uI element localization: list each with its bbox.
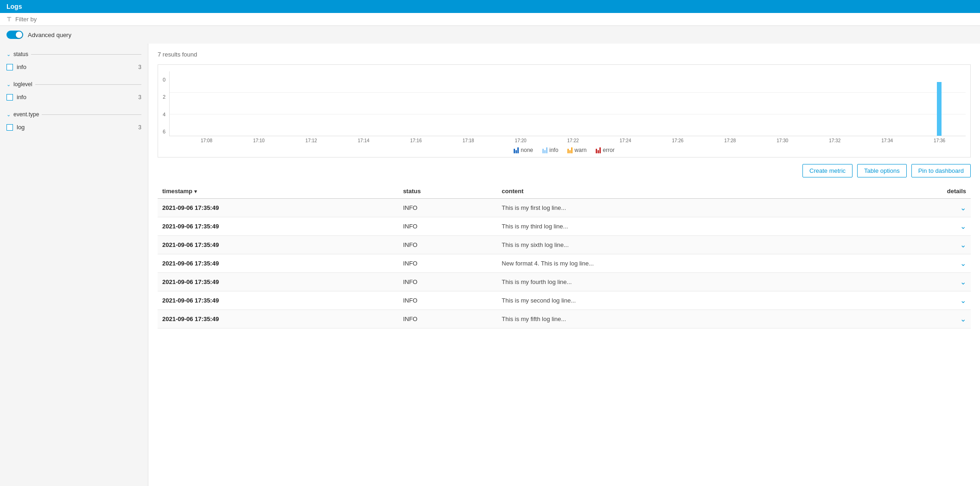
create-metric-button[interactable]: Create metric [802, 164, 853, 177]
cell-details[interactable]: ⌄ [867, 310, 971, 328]
x-label-1716: 17:16 [390, 138, 442, 143]
legend-info-bar1 [542, 149, 544, 153]
cell-status: INFO [398, 236, 497, 254]
toggle-thumb [16, 32, 22, 38]
filter-group-loglevel-line [35, 84, 141, 85]
filter-item-status-info[interactable]: info 3 [6, 62, 141, 72]
filter-item-loglevel-info[interactable]: info 3 [6, 92, 141, 102]
results-header: 7 results found [158, 51, 971, 58]
expand-row-icon[interactable]: ⌄ [960, 297, 966, 304]
legend-error-bar2 [598, 150, 599, 153]
cell-details[interactable]: ⌄ [867, 254, 971, 273]
table-row: 2021-09-06 17:35:49INFOThis is my sixth … [158, 236, 971, 254]
filter-checkbox-event-type-log[interactable] [6, 124, 13, 131]
chart-container: 6 4 2 0 [158, 64, 971, 158]
table-row: 2021-09-06 17:35:49INFOThis is my second… [158, 291, 971, 310]
legend-warn-bar1 [567, 149, 569, 153]
col-status[interactable]: status [398, 184, 497, 199]
legend-info-bar2 [544, 150, 546, 153]
expand-row-icon[interactable]: ⌄ [960, 204, 966, 212]
legend-info-label: info [549, 147, 558, 153]
legend-none-bars [514, 147, 519, 153]
app-header: Logs [0, 0, 980, 13]
expand-row-icon[interactable]: ⌄ [960, 222, 966, 230]
filter-group-status: ⌄ status info 3 [6, 51, 141, 72]
expand-row-icon[interactable]: ⌄ [960, 315, 966, 323]
log-table: timestamp ▾ status content details 2021-… [158, 184, 971, 328]
filter-input[interactable] [15, 16, 974, 23]
cell-details[interactable]: ⌄ [867, 217, 971, 236]
cell-details[interactable]: ⌄ [867, 236, 971, 254]
legend-none-bar3 [517, 147, 519, 153]
sidebar: ⌄ status info 3 ⌄ loglevel info 3 [0, 44, 148, 486]
filter-icon: ⊤ [6, 16, 12, 23]
filter-checkbox-status-info[interactable] [6, 64, 13, 70]
table-row: 2021-09-06 17:35:49INFOThis is my third … [158, 217, 971, 236]
legend-error: error [596, 147, 614, 153]
legend-info: info [542, 147, 558, 153]
filter-group-loglevel: ⌄ loglevel info 3 [6, 81, 141, 102]
filter-group-event-type-title: event.type [13, 111, 39, 118]
cell-status: INFO [398, 254, 497, 273]
x-label-1734: 17:34 [861, 138, 913, 143]
advanced-query-toggle[interactable] [6, 31, 23, 39]
legend-error-label: error [603, 147, 614, 153]
table-options-button[interactable]: Table options [857, 164, 907, 177]
buttons-row: Create metric Table options Pin to dashb… [158, 164, 971, 177]
filter-group-status-line [31, 54, 141, 55]
cell-details[interactable]: ⌄ [867, 291, 971, 310]
filter-group-status-title: status [13, 51, 28, 57]
pin-to-dashboard-button[interactable]: Pin to dashboard [911, 164, 971, 177]
cell-timestamp: 2021-09-06 17:35:49 [158, 254, 398, 273]
cell-status: INFO [398, 217, 497, 236]
col-timestamp[interactable]: timestamp ▾ [158, 184, 398, 199]
legend-none-label: none [521, 147, 533, 153]
chart-bars [170, 71, 966, 136]
chart-y-label-4: 4 [163, 106, 165, 117]
table-row: 2021-09-06 17:35:49INFONew format 4. Thi… [158, 254, 971, 273]
filter-group-loglevel-title: loglevel [13, 81, 32, 88]
main-layout: ⌄ status info 3 ⌄ loglevel info 3 [0, 44, 980, 486]
chevron-icon-loglevel[interactable]: ⌄ [6, 82, 11, 88]
x-label-1708: 17:08 [180, 138, 233, 143]
filter-bar: ⊤ [0, 13, 980, 26]
expand-row-icon[interactable]: ⌄ [960, 241, 966, 249]
filter-item-label-event-type-log: log [17, 124, 134, 131]
chart-y-label-0: 0 [163, 71, 165, 82]
x-label-1728: 17:28 [704, 138, 756, 143]
chevron-icon-event-type[interactable]: ⌄ [6, 112, 11, 118]
legend-info-bar3 [546, 147, 547, 153]
advanced-query-row: Advanced query [0, 26, 980, 44]
legend-warn: warn [567, 147, 586, 153]
cell-status: INFO [398, 310, 497, 328]
col-details-label: details [947, 188, 966, 195]
filter-checkbox-loglevel-info[interactable] [6, 94, 13, 101]
advanced-query-label: Advanced query [28, 32, 71, 38]
chevron-icon[interactable]: ⌄ [6, 51, 11, 57]
cell-status: INFO [398, 273, 497, 291]
legend-error-bars [596, 147, 601, 153]
table-header-row: timestamp ▾ status content details [158, 184, 971, 199]
expand-row-icon[interactable]: ⌄ [960, 278, 966, 286]
x-label-1714: 17:14 [337, 138, 390, 143]
cell-timestamp: 2021-09-06 17:35:49 [158, 273, 398, 291]
filter-group-event-type: ⌄ event.type log 3 [6, 111, 141, 132]
col-content[interactable]: content [497, 184, 867, 199]
expand-row-icon[interactable]: ⌄ [960, 259, 966, 267]
cell-details[interactable]: ⌄ [867, 199, 971, 217]
cell-timestamp: 2021-09-06 17:35:49 [158, 217, 398, 236]
cell-timestamp: 2021-09-06 17:35:49 [158, 310, 398, 328]
x-label-1724: 17:24 [599, 138, 652, 143]
filter-item-event-type-log[interactable]: log 3 [6, 122, 141, 132]
cell-details[interactable]: ⌄ [867, 273, 971, 291]
table-row: 2021-09-06 17:35:49INFOThis is my fourth… [158, 273, 971, 291]
cell-timestamp: 2021-09-06 17:35:49 [158, 236, 398, 254]
cell-status: INFO [398, 291, 497, 310]
col-status-label: status [403, 188, 420, 195]
cell-content: This is my first log line... [497, 199, 867, 217]
x-label-1732: 17:32 [808, 138, 861, 143]
legend-none: none [514, 147, 533, 153]
x-label-1720: 17:20 [495, 138, 547, 143]
chart-area: 6 4 2 0 [163, 71, 966, 136]
chart-bar-15 [937, 82, 942, 136]
